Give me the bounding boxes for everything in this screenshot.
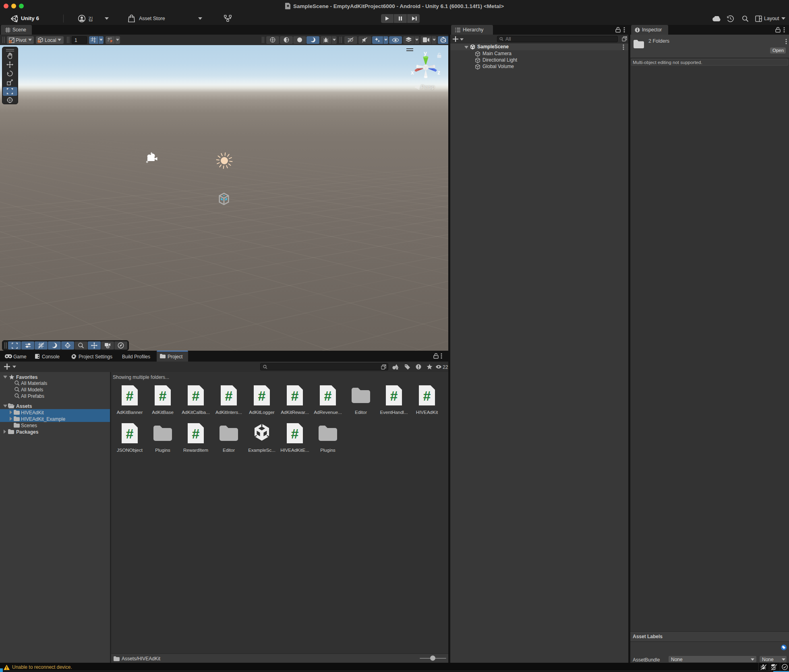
svg-text:#: # [225,388,233,403]
svg-text:Y: Y [93,40,96,43]
svg-text:#: # [159,388,167,403]
svg-text:#: # [423,388,431,403]
svg-text:#: # [291,388,299,403]
svg-text:#: # [390,388,398,403]
svg-text:#: # [324,388,332,403]
svg-text:#: # [126,388,134,403]
svg-text:#: # [192,388,200,403]
svg-text:#: # [192,426,200,441]
svg-text:#: # [291,426,299,441]
svg-text:#: # [126,426,134,441]
svg-text:#: # [258,388,266,403]
